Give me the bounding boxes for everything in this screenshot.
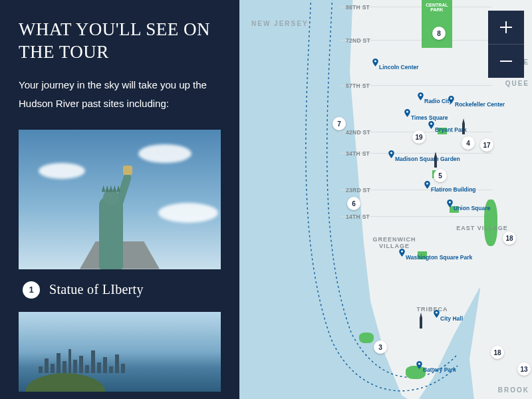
tour-stop-marker[interactable]: 4 (462, 136, 475, 150)
region-label-brooklyn: BROOK (498, 386, 529, 394)
map-pin-icon[interactable] (416, 361, 422, 367)
svg-point-4 (430, 122, 432, 124)
map-pin-icon[interactable] (424, 181, 430, 187)
svg-point-3 (406, 110, 408, 112)
park-CENTRAL PARK: CENTRAL PARK (422, 0, 452, 48)
street-label: 72ND ST (346, 37, 370, 44)
tour-stop-marker[interactable]: 3 (374, 340, 387, 354)
tour-stop-marker[interactable]: 8 (432, 27, 446, 40)
zoom-in-button[interactable] (488, 11, 524, 44)
map-pin-icon[interactable] (448, 96, 454, 102)
street-label: 23RD ST (346, 187, 370, 194)
tour-card-2-image (19, 312, 221, 392)
tour-card-1[interactable]: 1 Statue of LIberty (19, 130, 221, 392)
tour-stop-marker[interactable]: 19 (412, 130, 426, 144)
street-label: 34TH ST (346, 150, 370, 157)
region-label-queens: QUEE (505, 80, 529, 87)
map-pin-icon[interactable] (428, 121, 434, 127)
empire-state-icon (431, 152, 440, 170)
chrysler-icon (459, 118, 468, 137)
map-pin-icon[interactable] (418, 92, 424, 98)
svg-point-10 (418, 362, 420, 364)
poi-label[interactable]: Times Square (411, 114, 448, 121)
map-pin-icon[interactable] (388, 150, 394, 156)
svg-point-5 (390, 152, 392, 154)
svg-point-9 (436, 311, 438, 313)
poi-label[interactable]: Battery Park (423, 366, 456, 373)
map-pin-icon[interactable] (399, 249, 405, 255)
tour-stop-marker[interactable]: 6 (347, 197, 360, 210)
zoom-control (488, 11, 524, 78)
tour-stop-marker[interactable]: 17 (480, 138, 493, 152)
poi-label[interactable]: Lincoln Center (379, 64, 419, 70)
one-wtc-icon (416, 313, 426, 331)
park-pier-park (359, 332, 374, 343)
tour-stop-marker[interactable]: 18 (503, 231, 516, 245)
neighborhood-label: TRIBECA (402, 306, 462, 313)
tour-card-title: Statue of LIberty (49, 282, 144, 297)
sidebar-lead: Your journey in the sky will take you up… (19, 76, 221, 114)
sidebar-heading: WHAT YOU'LL SEE ON THE TOUR (19, 19, 221, 64)
poi-label[interactable]: Washington Square Park (406, 254, 472, 261)
street-label: 86TH ST (346, 4, 370, 11)
poi-label[interactable]: Rockefeller Center (455, 101, 505, 108)
tour-stop-marker[interactable]: 5 (434, 169, 447, 182)
map-pin-icon[interactable] (434, 310, 440, 316)
map-pin-icon[interactable] (404, 109, 410, 115)
svg-point-8 (401, 250, 403, 252)
tour-card-image (19, 130, 221, 269)
statue-of-liberty-icon (88, 156, 135, 269)
tour-stop-marker[interactable]: 18 (491, 346, 504, 359)
zoom-out-button[interactable] (488, 44, 524, 78)
tour-stop-marker[interactable]: 7 (332, 117, 346, 130)
map-pin-icon[interactable] (447, 200, 453, 205)
street-label: 14TH ST (346, 213, 370, 220)
tour-stop-marker[interactable]: 13 (517, 362, 531, 376)
tour-map[interactable]: NEW JERSEY ROOSE QUEE BROOK 86TH ST72ND … (239, 0, 532, 399)
neighborhood-label: GREENWICH VILLAGE (364, 236, 424, 249)
street-label: 42ND ST (346, 129, 370, 136)
svg-point-0 (374, 60, 376, 62)
tour-card-number: 1 (23, 281, 40, 299)
street-label: 57TH ST (346, 82, 370, 89)
svg-point-2 (450, 97, 452, 99)
neighborhood-label: EAST VILLAGE (452, 225, 512, 231)
poi-label[interactable]: Madison Square Garden (395, 156, 460, 162)
svg-point-1 (420, 94, 422, 96)
poi-label[interactable]: Union Square (454, 205, 490, 211)
map-pin-icon[interactable] (372, 59, 378, 65)
poi-label[interactable]: Flatiron Building (431, 186, 476, 193)
svg-point-6 (426, 182, 428, 184)
region-label-nj: NEW JERSEY (251, 20, 309, 27)
poi-label[interactable]: City Hall (440, 315, 463, 322)
tour-sidebar: WHAT YOU'LL SEE ON THE TOUR Your journey… (0, 0, 239, 399)
svg-point-7 (449, 201, 451, 203)
